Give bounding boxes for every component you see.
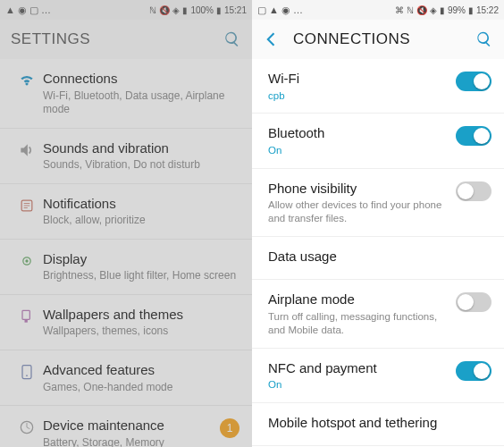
item-title: Data usage xyxy=(268,248,491,266)
item-title: NFC and payment xyxy=(268,359,449,377)
item-title: Display xyxy=(43,250,239,268)
back-button[interactable] xyxy=(263,30,281,48)
settings-item-wallpapers-and-themes[interactable]: Wallpapers and themesWallpapers, themes,… xyxy=(0,295,252,350)
item-title: Bluetooth xyxy=(268,124,449,142)
connections-item-data-usage[interactable]: Data usage xyxy=(252,237,504,280)
status-right-icons: ⌘ ℕ 🔇 ◈ ▮ 99% ▮ 15:22 xyxy=(395,5,499,15)
battery-icon: ▮ xyxy=(468,5,474,15)
item-title: Phone visibility xyxy=(268,180,449,198)
svg-rect-7 xyxy=(25,319,28,322)
battery-pct: 99% xyxy=(448,5,466,15)
settings-item-notifications[interactable]: NotificationsBlock, allow, prioritize xyxy=(0,184,252,240)
status-bar: ▲ ◉ ▢ … ℕ 🔇 ◈ ▮ 100% ▮ 15:21 xyxy=(0,0,252,20)
wall-icon xyxy=(18,308,36,325)
clock: 15:21 xyxy=(224,5,247,15)
item-title: Advanced features xyxy=(43,361,239,379)
settings-item-connections[interactable]: ConnectionsWi-Fi, Bluetooth, Data usage,… xyxy=(0,59,252,129)
settings-item-device-maintenance[interactable]: Device maintenanceBattery, Storage, Memo… xyxy=(0,406,252,447)
clock: 15:22 xyxy=(476,5,499,15)
item-subtitle: Games, One-handed mode xyxy=(43,381,239,395)
signal-icon: ▮ xyxy=(182,5,188,15)
toggle-switch[interactable] xyxy=(456,181,491,201)
item-subtitle: Allow other devices to find your phone a… xyxy=(268,198,449,225)
battery-pct: 100% xyxy=(190,5,214,15)
item-subtitle: Sounds, Vibration, Do not disturb xyxy=(43,158,239,173)
item-subtitle: Brightness, Blue light filter, Home scre… xyxy=(43,269,239,283)
svg-rect-6 xyxy=(22,310,29,319)
connections-item-phone-visibility[interactable]: Phone visibilityAllow other devices to f… xyxy=(252,169,504,237)
item-title: Airplane mode xyxy=(268,291,449,308)
status-right-icons: ℕ 🔇 ◈ ▮ 100% ▮ 15:21 xyxy=(149,5,247,15)
more-icon: … xyxy=(41,4,51,15)
image-icon: ▢ xyxy=(257,4,266,16)
settings-header: SETTINGS xyxy=(0,20,252,59)
item-title: Mobile hotspot and tethering xyxy=(268,414,491,432)
wifi-icon: ◈ xyxy=(172,5,180,15)
wifi-icon xyxy=(18,72,36,89)
connections-item-bluetooth[interactable]: BluetoothOn xyxy=(252,114,504,168)
status-bar: ▢ ▲ ◉ … ⌘ ℕ 🔇 ◈ ▮ 99% ▮ 15:22 xyxy=(252,0,504,20)
page-title: SETTINGS xyxy=(11,30,90,48)
connections-item-wi-fi[interactable]: Wi-Ficpb xyxy=(252,59,504,114)
item-subtitle: Block, allow, prioritize xyxy=(43,214,239,228)
maint-icon xyxy=(18,418,36,436)
sync-icon: ◉ xyxy=(18,4,27,16)
warning-icon: ▲ xyxy=(5,4,15,15)
mute-icon: 🔇 xyxy=(416,5,427,15)
battery-icon: ▮ xyxy=(216,5,222,15)
sync-icon: ◉ xyxy=(281,4,290,16)
toggle-switch[interactable] xyxy=(456,361,491,381)
sound-icon xyxy=(18,141,36,159)
toggle-switch[interactable] xyxy=(456,126,491,146)
mute-icon: 🔇 xyxy=(159,5,170,15)
item-title: Device maintenance xyxy=(43,417,213,434)
item-subtitle: Wi-Fi, Bluetooth, Data usage, Airplane m… xyxy=(43,89,239,117)
item-subtitle: On xyxy=(268,144,449,157)
settings-item-sounds-and-vibration[interactable]: Sounds and vibrationSounds, Vibration, D… xyxy=(0,129,252,184)
signal-icon: ▮ xyxy=(440,5,445,15)
nfc-icon: ℕ xyxy=(149,5,156,15)
connections-item-nfc-and-payment[interactable]: NFC and paymentOn xyxy=(252,349,504,403)
display-icon xyxy=(18,252,36,270)
item-title: Wallpapers and themes xyxy=(43,306,239,324)
more-icon: … xyxy=(293,4,303,15)
search-button[interactable] xyxy=(475,30,493,48)
connections-screen: ▢ ▲ ◉ … ⌘ ℕ 🔇 ◈ ▮ 99% ▮ 15:22 CONNECTION… xyxy=(252,0,504,447)
toggle-switch[interactable] xyxy=(456,292,491,312)
status-left-icons: ▲ ◉ ▢ … xyxy=(5,4,51,16)
notif-icon xyxy=(18,197,36,215)
connections-item-mobile-hotspot-and-tethering[interactable]: Mobile hotspot and tethering xyxy=(252,403,504,446)
settings-item-display[interactable]: DisplayBrightness, Blue light filter, Ho… xyxy=(0,240,252,295)
svg-point-5 xyxy=(25,259,28,262)
item-subtitle: On xyxy=(268,378,449,392)
status-left-icons: ▢ ▲ ◉ … xyxy=(257,4,303,16)
connections-list: Wi-FicpbBluetoothOnPhone visibilityAllow… xyxy=(252,59,504,447)
search-button[interactable] xyxy=(223,30,241,48)
connections-header: CONNECTIONS xyxy=(252,20,504,59)
item-title: Connections xyxy=(43,70,239,88)
item-subtitle: Turn off calling, messaging functions, a… xyxy=(268,310,449,337)
warning-icon: ▲ xyxy=(269,4,279,15)
item-subtitle: Wallpapers, themes, icons xyxy=(43,325,239,339)
search-icon xyxy=(475,30,493,48)
adv-icon xyxy=(18,363,36,381)
bluetooth-icon: ⌘ xyxy=(395,5,404,15)
nfc-icon: ℕ xyxy=(407,5,414,15)
settings-screen: ▲ ◉ ▢ … ℕ 🔇 ◈ ▮ 100% ▮ 15:21 SETTINGS Co… xyxy=(0,0,252,447)
svg-rect-8 xyxy=(22,366,31,379)
item-title: Sounds and vibration xyxy=(43,139,239,157)
page-title: CONNECTIONS xyxy=(293,30,410,48)
item-title: Notifications xyxy=(43,195,239,213)
item-subtitle: Battery, Storage, Memory xyxy=(43,436,213,447)
search-icon xyxy=(223,30,241,48)
settings-list: ConnectionsWi-Fi, Bluetooth, Data usage,… xyxy=(0,59,252,447)
item-subtitle: cpb xyxy=(268,89,449,103)
chevron-left-icon xyxy=(263,30,281,48)
connections-item-airplane-mode[interactable]: Airplane modeTurn off calling, messaging… xyxy=(252,280,504,348)
settings-item-advanced-features[interactable]: Advanced featuresGames, One-handed mode xyxy=(0,350,252,406)
notification-badge: 1 xyxy=(220,418,239,438)
toggle-switch[interactable] xyxy=(456,72,491,91)
svg-point-9 xyxy=(26,375,28,376)
image-icon: ▢ xyxy=(29,4,38,16)
item-title: Wi-Fi xyxy=(268,70,449,88)
